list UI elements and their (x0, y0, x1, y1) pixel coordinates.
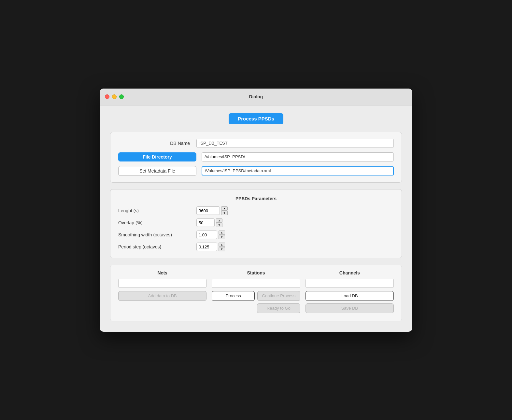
length-spinner: ▲ ▼ (196, 206, 228, 215)
overlap-arrows: ▲ ▼ (216, 218, 222, 227)
bottom-cols: Nets Add data to DB Stations Process Con… (118, 270, 394, 313)
length-arrows: ▲ ▼ (221, 206, 228, 215)
smoothing-input[interactable] (196, 231, 217, 239)
length-row: Lenght (s) ▲ ▼ (118, 206, 394, 215)
traffic-lights (105, 94, 124, 99)
window-title: Dialog (249, 94, 263, 99)
smoothing-row: Smoothing width (octaves) ▲ ▼ (118, 231, 394, 239)
period-up-arrow[interactable]: ▲ (219, 243, 225, 247)
period-row: Period step (octaves) ▲ ▼ (118, 243, 394, 251)
save-db-button[interactable]: Save DB (306, 303, 394, 313)
file-dir-row: File Directory (118, 152, 394, 161)
overlap-spinner: ▲ ▼ (196, 218, 222, 227)
length-label: Lenght (s) (118, 208, 196, 213)
length-input[interactable] (196, 206, 220, 215)
db-name-row: DB Name (118, 139, 394, 148)
stations-second-btn-row: Ready to Go (212, 303, 300, 313)
file-dir-input[interactable] (202, 152, 394, 161)
period-label: Period step (octaves) (118, 244, 196, 249)
smoothing-spinner: ▲ ▼ (196, 231, 225, 239)
ready-to-go-button[interactable]: Ready to Go (257, 303, 300, 313)
smoothing-down-arrow[interactable]: ▼ (219, 235, 225, 239)
smoothing-arrows: ▲ ▼ (219, 231, 225, 239)
file-dir-button[interactable]: File Directory (118, 152, 196, 161)
length-up-arrow[interactable]: ▲ (221, 206, 228, 211)
db-name-input[interactable] (196, 139, 394, 148)
db-name-label: DB Name (118, 141, 196, 146)
load-db-button[interactable]: Load DB (306, 291, 394, 301)
main-content: Process PPSDs DB Name File Directory Set… (100, 105, 412, 332)
channels-second-btn-row: Save DB (306, 303, 394, 313)
titlebar: Dialog (100, 89, 412, 105)
add-data-db-button[interactable]: Add data to DB (118, 291, 206, 301)
metadata-input[interactable] (202, 166, 394, 175)
nets-input[interactable] (118, 279, 206, 288)
nets-col: Nets Add data to DB (118, 270, 206, 313)
main-window: Dialog Process PPSDs DB Name File Direct… (100, 89, 412, 332)
nets-label: Nets (118, 270, 206, 275)
stations-btn-row: Process Continue Process (212, 291, 300, 301)
overlap-up-arrow[interactable]: ▲ (216, 218, 222, 223)
period-down-arrow[interactable]: ▼ (219, 247, 225, 251)
overlap-label: Overlap (%) (118, 220, 196, 225)
length-down-arrow[interactable]: ▼ (221, 211, 228, 215)
period-input[interactable] (196, 243, 217, 251)
ppsd-params-title: PPSDs Parameters (118, 196, 394, 201)
overlap-input[interactable] (196, 218, 215, 227)
ppsd-params-section: PPSDs Parameters Lenght (s) ▲ ▼ Over (110, 189, 402, 258)
channels-col: Channels Load DB Save DB (306, 270, 394, 313)
process-ppsd-wrap: Process PPSDs (110, 113, 402, 124)
params-grid: Lenght (s) ▲ ▼ Overlap (%) (118, 206, 394, 251)
channels-label: Channels (306, 270, 394, 275)
nets-btn-row: Add data to DB (118, 291, 206, 301)
minimize-button[interactable] (112, 94, 117, 99)
set-metadata-row: Set Metadata File (118, 166, 394, 176)
set-metadata-button[interactable]: Set Metadata File (118, 166, 196, 176)
period-arrows: ▲ ▼ (219, 243, 225, 251)
process-ppsd-button[interactable]: Process PPSDs (229, 113, 283, 124)
close-button[interactable] (105, 94, 109, 99)
top-form-section: DB Name File Directory Set Metadata File (110, 132, 402, 183)
overlap-down-arrow[interactable]: ▼ (216, 223, 222, 227)
process-button[interactable]: Process (212, 291, 255, 301)
channels-input[interactable] (306, 279, 394, 288)
bottom-section: Nets Add data to DB Stations Process Con… (110, 265, 402, 321)
period-spinner: ▲ ▼ (196, 243, 225, 251)
overlap-row: Overlap (%) ▲ ▼ (118, 218, 394, 227)
channels-btn-row: Load DB (306, 291, 394, 301)
stations-label: Stations (212, 270, 300, 275)
smoothing-up-arrow[interactable]: ▲ (219, 231, 225, 235)
smoothing-label: Smoothing width (octaves) (118, 232, 196, 237)
stations-col: Stations Process Continue Process Ready … (212, 270, 300, 313)
continue-process-button[interactable]: Continue Process (257, 291, 300, 301)
stations-input[interactable] (212, 279, 300, 288)
maximize-button[interactable] (119, 94, 124, 99)
